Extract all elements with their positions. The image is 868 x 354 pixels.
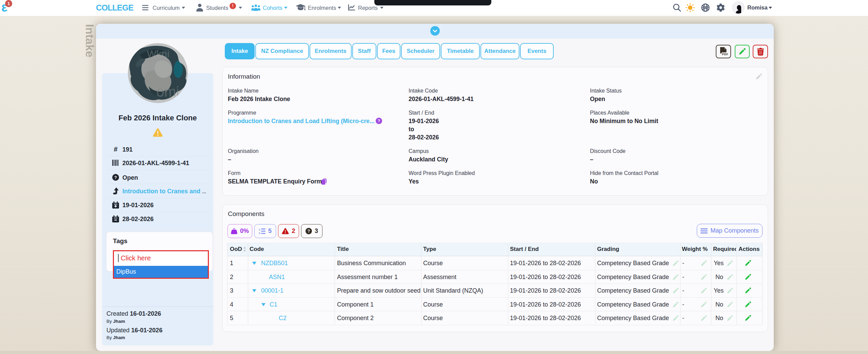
svg-text:2: 2 <box>259 232 260 234</box>
svg-text:?: ? <box>378 119 380 123</box>
svg-text:?: ? <box>114 175 117 180</box>
svg-text:?: ? <box>308 229 310 234</box>
svg-text:Wkni: Wkni <box>147 48 170 59</box>
svg-text:1: 1 <box>259 228 260 231</box>
svg-text:PDF: PDF <box>722 53 728 56</box>
